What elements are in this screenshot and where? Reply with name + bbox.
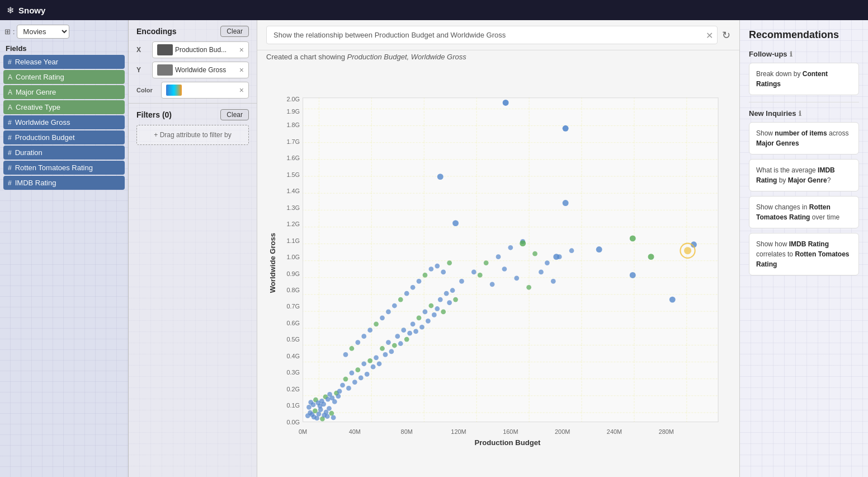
field-item-creative-type[interactable]: A Creative Type <box>3 100 125 114</box>
followups-section-title: Follow-ups ℹ <box>749 50 859 58</box>
encoding-color-field[interactable]: × <box>161 82 249 99</box>
encoding-color-gradient <box>166 85 182 96</box>
inquiry-item-3[interactable]: Show how IMDB Rating correlates to Rotte… <box>749 233 859 275</box>
recommendations-title: Recommendations <box>749 29 859 41</box>
field-icon-numeric: # <box>8 58 12 66</box>
main-layout: ⊞ : Movies TV Shows Books Fields # Relea… <box>0 20 868 477</box>
subtitle-fields: Production Budget, Worldwide Gross <box>347 53 466 61</box>
fields-list: # Release Year A Content Rating A Major … <box>0 55 128 195</box>
new-inquiries-label: New Inquiries <box>749 109 796 118</box>
inquiry-item-0[interactable]: Show number of items across Major Genres <box>749 122 859 155</box>
chart-subtitle: Created a chart showing Production Budge… <box>257 50 739 66</box>
field-icon-string: A <box>8 104 12 111</box>
field-item-major-genre[interactable]: A Major Genre <box>3 85 125 99</box>
svg-point-47 <box>331 415 336 420</box>
field-item-imdb-rating[interactable]: # IMDB Rating <box>3 176 125 190</box>
svg-point-82 <box>395 334 400 339</box>
svg-point-67 <box>350 371 355 376</box>
encoding-color-row: Color × <box>136 82 249 99</box>
svg-point-105 <box>361 334 366 339</box>
field-icon-numeric: # <box>8 134 12 142</box>
svg-point-131 <box>490 282 495 287</box>
encoding-color-close-icon[interactable]: × <box>239 86 244 95</box>
svg-point-151 <box>684 247 691 254</box>
svg-point-96 <box>438 297 443 302</box>
svg-point-83 <box>398 341 403 346</box>
svg-point-139 <box>520 240 526 246</box>
inquiry-bold-3a: IMDB Rating <box>789 240 829 248</box>
field-item-content-rating[interactable]: A Content Rating <box>3 70 125 84</box>
dataset-selector[interactable]: ⊞ : Movies TV Shows Books <box>0 20 128 43</box>
svg-text:1.1G: 1.1G <box>286 237 300 244</box>
svg-point-145 <box>437 174 444 180</box>
encoding-y-close-icon[interactable]: × <box>239 66 244 74</box>
svg-point-84 <box>401 328 406 333</box>
svg-text:160M: 160M <box>503 428 518 435</box>
encoding-x-close-icon[interactable]: × <box>239 45 244 54</box>
encoding-y-row: Y Worldwide Gross × <box>136 62 249 78</box>
field-label: IMDB Rating <box>15 179 56 187</box>
svg-point-74 <box>371 364 376 370</box>
svg-text:240M: 240M <box>607 428 622 435</box>
svg-point-90 <box>419 325 424 330</box>
svg-point-109 <box>386 310 391 315</box>
query-refresh-button[interactable]: ↻ <box>722 29 730 41</box>
svg-text:2.0G: 2.0G <box>286 96 300 102</box>
field-icon-string: A <box>8 73 12 81</box>
field-label: Worldwide Gross <box>15 118 70 127</box>
svg-point-73 <box>367 358 372 363</box>
field-item-rotten-tomatoes[interactable]: # Rotten Tomatoes Rating <box>3 161 125 175</box>
svg-point-107 <box>374 321 379 326</box>
filters-drop-label: + Drag attribute to filter by <box>154 131 231 139</box>
svg-text:1.5G: 1.5G <box>286 171 300 178</box>
field-icon-string: A <box>8 88 12 96</box>
field-icon-numeric: # <box>8 149 12 157</box>
encoding-x-field[interactable]: Production Bud... × <box>152 41 249 58</box>
svg-point-70 <box>358 376 364 381</box>
svg-point-76 <box>377 361 382 366</box>
svg-point-99 <box>447 300 452 305</box>
svg-text:80M: 80M <box>401 428 413 435</box>
dataset-dropdown[interactable]: Movies TV Shows Books <box>17 25 69 39</box>
inquiry-item-1[interactable]: What is the average IMDB Rating by Major… <box>749 159 859 191</box>
field-label: Release Year <box>15 58 58 66</box>
svg-text:0.6G: 0.6G <box>286 320 300 326</box>
encoding-y-value: Worldwide Gross <box>175 66 226 74</box>
followups-label: Follow-ups <box>749 50 787 58</box>
encodings-column: Encodings Clear X Production Bud... × Y <box>129 20 257 477</box>
filters-drop-zone[interactable]: + Drag attribute to filter by <box>136 125 249 145</box>
inquiry-bold-3b: Rotten Tomatoes Rating <box>756 250 850 268</box>
svg-point-115 <box>423 273 428 278</box>
query-clear-button[interactable]: ✕ <box>706 30 713 40</box>
svg-point-38 <box>314 416 319 421</box>
followups-info-icon[interactable]: ℹ <box>790 50 792 58</box>
svg-point-113 <box>411 285 416 290</box>
svg-text:0.2G: 0.2G <box>286 386 300 392</box>
field-label: Creative Type <box>16 103 60 111</box>
encodings-clear-button[interactable]: Clear <box>220 26 249 37</box>
chart-area: ✕ ↻ Created a chart showing Production B… <box>257 20 739 477</box>
svg-text:0.7G: 0.7G <box>286 303 300 310</box>
svg-point-130 <box>478 273 483 278</box>
field-item-production-budget[interactable]: # Production Budget <box>3 130 125 144</box>
field-item-duration[interactable]: # Duration <box>3 146 125 160</box>
field-item-release-year[interactable]: # Release Year <box>3 55 125 69</box>
section-divider <box>749 102 859 102</box>
followup-item-0[interactable]: Break down by Content Ratings <box>749 63 859 95</box>
svg-point-135 <box>539 270 544 275</box>
svg-point-112 <box>404 291 409 296</box>
svg-point-102 <box>343 352 348 357</box>
filters-clear-button[interactable]: Clear <box>220 109 249 120</box>
field-item-worldwide-gross[interactable]: # Worldwide Gross <box>3 115 125 129</box>
svg-point-104 <box>355 340 360 345</box>
query-bar: ✕ ↻ <box>257 20 739 50</box>
inquiry-item-2[interactable]: Show changes in Rotten Tomatoes Rating o… <box>749 196 859 228</box>
svg-point-81 <box>392 343 397 348</box>
svg-point-39 <box>317 411 322 417</box>
svg-text:1.0G: 1.0G <box>286 254 300 260</box>
new-inquiries-info-icon[interactable]: ℹ <box>799 110 801 118</box>
svg-text:1.2G: 1.2G <box>286 221 300 227</box>
query-input[interactable] <box>266 26 718 44</box>
encoding-y-field[interactable]: Worldwide Gross × <box>152 62 249 78</box>
svg-point-117 <box>435 264 440 269</box>
